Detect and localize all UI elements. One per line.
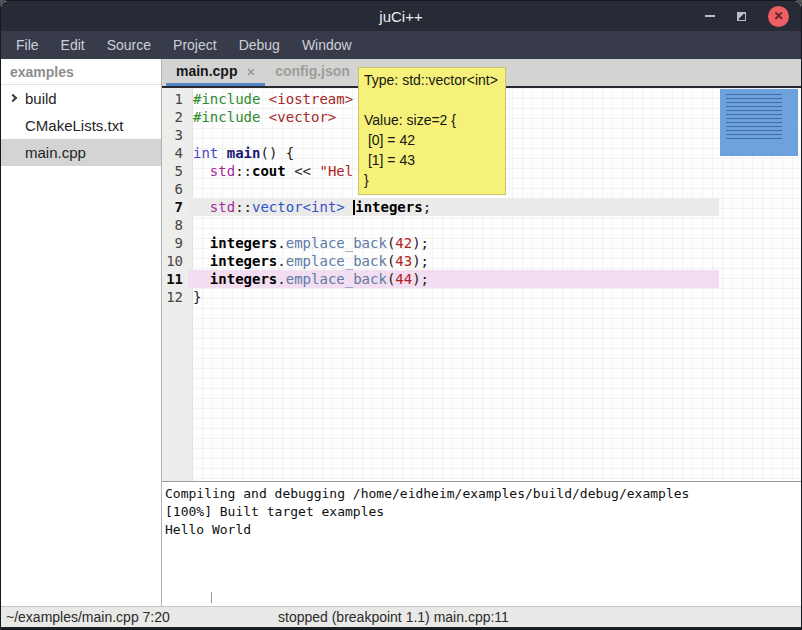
code-token: 44 <box>395 271 412 287</box>
output-line: Hello World <box>165 521 801 539</box>
code-token: "Hel <box>319 163 353 179</box>
file-tree: buildCMakeLists.txtmain.cpp <box>1 85 161 166</box>
tooltip-line: [1] = 43 <box>364 150 505 170</box>
titlebar[interactable]: juCi++ ✕ <box>1 1 801 31</box>
code-token: ); <box>412 253 429 269</box>
code-token: std <box>210 199 235 215</box>
minimize-icon[interactable] <box>705 15 715 17</box>
close-tab-icon[interactable]: × <box>246 63 255 80</box>
line-number[interactable]: 8 <box>162 216 188 234</box>
code-token <box>193 163 210 179</box>
code-token: << <box>286 163 320 179</box>
output-line: [100%] Built target examples <box>165 503 801 521</box>
code-token: emplace_back <box>286 235 387 251</box>
code-token: < <box>303 199 311 215</box>
code-line-9[interactable]: 9 integers.emplace_back(42); <box>162 234 801 252</box>
tree-item-build[interactable]: build <box>1 85 161 112</box>
code-token: ); <box>412 271 429 287</box>
code-line-12[interactable]: 12} <box>162 288 801 306</box>
main-area: examples buildCMakeLists.txtmain.cpp mai… <box>1 59 801 606</box>
line-number[interactable]: 10 <box>162 252 188 270</box>
tree-item-cmakelists-txt[interactable]: CMakeLists.txt <box>1 112 161 139</box>
menu-edit[interactable]: Edit <box>50 33 96 57</box>
code-token: > <box>336 199 344 215</box>
tab-label: main.cpp <box>176 63 237 79</box>
line-number[interactable]: 12 <box>162 288 188 306</box>
line-number[interactable]: 2 <box>162 108 188 126</box>
statusbar: ~/examples/main.cpp 7:20 stopped (breakp… <box>1 606 801 627</box>
editor-pane: main.cpp×config.json 1#include <iostream… <box>162 59 801 606</box>
code-token: 42 <box>395 235 412 251</box>
code-token <box>218 145 226 161</box>
code-token: int <box>311 199 336 215</box>
line-number[interactable]: 5 <box>162 162 188 180</box>
line-number[interactable]: 4 <box>162 144 188 162</box>
menu-window[interactable]: Window <box>291 33 363 57</box>
code-token <box>193 253 210 269</box>
code-text: integers.emplace_back(44); <box>188 270 719 288</box>
output-text-cursor <box>211 592 212 603</box>
code-token: () { <box>260 145 294 161</box>
tab-label: config.json <box>275 63 350 79</box>
code-line-10[interactable]: 10 integers.emplace_back(43); <box>162 252 801 270</box>
code-token: 43 <box>395 253 412 269</box>
code-token <box>345 199 353 215</box>
tooltip-line <box>364 90 505 110</box>
minimap-code-preview <box>726 94 782 140</box>
code-token: ; <box>423 199 431 215</box>
chevron-right-icon[interactable] <box>9 94 17 102</box>
close-icon[interactable]: ✕ <box>768 6 789 27</box>
tree-item-label: CMakeLists.txt <box>25 117 123 134</box>
tree-item-label: build <box>25 90 57 107</box>
code-line-7[interactable]: 7 std::vector<int> integers; <box>162 198 801 216</box>
code-token: integers <box>210 253 277 269</box>
line-number[interactable]: 7 <box>162 198 188 216</box>
output-panel[interactable]: Compiling and debugging /home/eidheim/ex… <box>162 481 801 606</box>
project-name: examples <box>1 59 161 85</box>
tab-main-cpp[interactable]: main.cpp× <box>166 59 265 86</box>
menubar: FileEditSourceProjectDebugWindow <box>1 31 801 59</box>
code-token: main <box>227 145 261 161</box>
code-token: :: <box>235 199 252 215</box>
code-token: . <box>277 271 285 287</box>
line-number[interactable]: 6 <box>162 180 188 198</box>
tooltip-line: Value: size=2 { <box>364 110 505 130</box>
file-tree-panel: examples buildCMakeLists.txtmain.cpp <box>1 59 162 606</box>
tooltip-line: Type: std::vector<int> <box>364 70 505 90</box>
code-token: #include <box>193 91 269 107</box>
code-token: vector <box>252 199 303 215</box>
code-text: } <box>188 288 719 306</box>
tooltip-line: [0] = 42 <box>364 130 505 150</box>
code-token: . <box>277 235 285 251</box>
debug-value-tooltip: Type: std::vector<int> Value: size=2 { [… <box>358 67 506 195</box>
menu-file[interactable]: File <box>5 33 50 57</box>
code-token: <iostream> <box>269 91 353 107</box>
line-number[interactable]: 3 <box>162 126 188 144</box>
line-number[interactable]: 1 <box>162 90 188 108</box>
line-number[interactable]: 9 <box>162 234 188 252</box>
window-bottom-edge <box>1 627 801 629</box>
line-number[interactable]: 11 <box>162 270 188 288</box>
code-token: <vector> <box>269 109 336 125</box>
tree-item-main-cpp[interactable]: main.cpp <box>1 139 161 166</box>
menu-debug[interactable]: Debug <box>228 33 291 57</box>
output-lines: Compiling and debugging /home/eidheim/ex… <box>165 485 801 539</box>
output-line: Compiling and debugging /home/eidheim/ex… <box>165 485 801 503</box>
code-token: emplace_back <box>286 271 387 287</box>
tab-config-json[interactable]: config.json <box>265 59 360 86</box>
code-line-11[interactable]: 11 integers.emplace_back(44); <box>162 270 801 288</box>
code-token: #include <box>193 109 269 125</box>
code-token: ); <box>412 235 429 251</box>
minimap-overlay[interactable] <box>720 89 798 156</box>
restore-icon[interactable] <box>737 12 746 21</box>
code-token: . <box>277 253 285 269</box>
window-controls: ✕ <box>705 1 789 31</box>
menu-source[interactable]: Source <box>96 33 162 57</box>
code-line-8[interactable]: 8 <box>162 216 801 234</box>
code-token: integers <box>210 235 277 251</box>
code-text <box>188 216 719 234</box>
code-text: integers.emplace_back(43); <box>188 252 719 270</box>
code-token: emplace_back <box>286 253 387 269</box>
status-file-position: ~/examples/main.cpp 7:20 <box>6 608 170 627</box>
menu-project[interactable]: Project <box>162 33 228 57</box>
